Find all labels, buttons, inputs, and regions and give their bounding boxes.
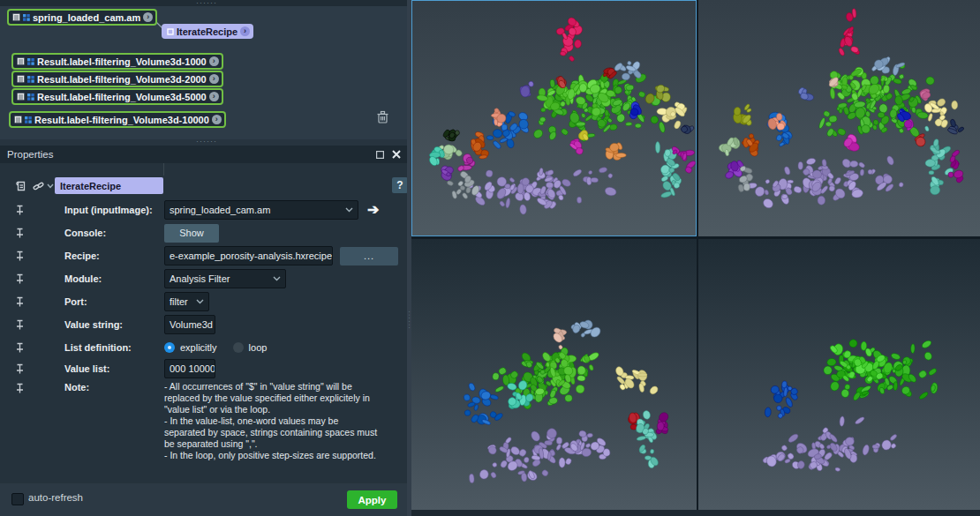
pool-node[interactable]: Result.label-filtering_Volume3d-10000›: [9, 111, 226, 128]
show-console-button[interactable]: Show: [164, 224, 219, 243]
prop-row-value-list: Value list: 000 10000: [0, 358, 407, 379]
label-grid-icon: [27, 58, 34, 65]
pin-icon[interactable]: [15, 342, 26, 354]
splitter-dots: ······: [196, 139, 217, 144]
pin-icon[interactable]: [15, 228, 26, 239]
left-panel: ······ spring_loaded_cam.am›Result.label…: [0, 0, 407, 516]
node-chevron-icon[interactable]: ›: [143, 12, 153, 22]
port-value: filter: [170, 296, 188, 307]
node-chevron-icon[interactable]: ›: [209, 92, 219, 101]
panel-splitter-horizontal[interactable]: ······: [0, 139, 407, 146]
prop-label-console: Console:: [64, 228, 164, 238]
trash-icon[interactable]: [376, 110, 389, 128]
node-chevron-icon[interactable]: ›: [212, 115, 222, 124]
module-select[interactable]: Analysis Filter: [164, 269, 286, 288]
pool-node-label: Result.label-filtering_Volume3d-1000: [37, 56, 207, 67]
module-value: Analysis Filter: [170, 273, 230, 284]
pin-icon[interactable]: [15, 273, 26, 285]
recipe-script-icon[interactable]: [15, 180, 27, 192]
prop-label-note: Note:: [64, 382, 164, 393]
pool-node-label: spring_loaded_cam.am: [33, 12, 140, 23]
prop-row-value-string: Value string: Volume3d: [0, 314, 407, 335]
properties-titlebar: Properties: [0, 146, 407, 163]
prop-label-input: Input (inputImage):: [64, 205, 164, 215]
auto-refresh-checkbox[interactable]: [11, 493, 24, 505]
active-module-badge[interactable]: IterateRecipe: [55, 177, 163, 194]
splitter-dots[interactable]: ······: [196, 1, 217, 5]
prop-row-recipe: Recipe: e-example_porosity-analysis.hxre…: [0, 245, 407, 266]
pin-icon[interactable]: [15, 296, 26, 308]
prop-row-console: Console: Show: [0, 222, 407, 243]
input-image-value: spring_loaded_cam.am: [170, 205, 270, 215]
pool-node[interactable]: Result.label-filtering_Volume3d-5000›: [11, 88, 223, 105]
pool-node[interactable]: Result.label-filtering_Volume3d-2000›: [11, 71, 223, 87]
pool-node-label: Result.label-filtering_Volume3d-2000: [37, 74, 207, 85]
input-image-select[interactable]: spring_loaded_cam.am: [164, 200, 358, 220]
node-chevron-icon[interactable]: ›: [240, 26, 250, 36]
radio-explicitly[interactable]: [164, 342, 175, 353]
node-chevron-icon[interactable]: ›: [209, 74, 219, 84]
pin-icon[interactable]: [15, 319, 26, 331]
pool-node-iterate-recipe[interactable]: IterateRecipe›: [162, 24, 253, 39]
value-string-field[interactable]: Volume3d: [164, 315, 215, 334]
help-button[interactable]: ?: [392, 177, 408, 193]
avizo-window: ······ spring_loaded_cam.am›Result.label…: [0, 0, 980, 516]
prop-label-module: Module:: [64, 273, 164, 284]
particle-rendering: [698, 0, 980, 236]
viewport-top-left[interactable]: [411, 0, 697, 236]
module-header-row: IterateRecipe ?: [0, 176, 407, 197]
data-list-icon: [17, 75, 25, 83]
node-chevron-icon[interactable]: ›: [209, 56, 219, 66]
auto-refresh-label: auto-refresh: [28, 492, 83, 503]
value-list-field[interactable]: 000 10000: [164, 359, 215, 378]
note-text: - All occurrences of "$" in "value strin…: [164, 381, 404, 461]
label-grid-icon: [23, 14, 30, 21]
chevron-down-icon[interactable]: [47, 183, 54, 189]
pool-node-label: Result.label-filtering_Volume3d-5000: [37, 92, 207, 102]
float-panel-icon[interactable]: [373, 148, 386, 161]
data-list-icon: [17, 93, 25, 101]
properties-panel: Properties: [0, 146, 407, 484]
prop-row-module: Module: Analysis Filter: [0, 268, 407, 289]
apply-button[interactable]: Apply: [347, 490, 397, 509]
pin-icon[interactable]: [15, 383, 26, 394]
recipe-path-field[interactable]: e-example_porosity-analysis.hxrecipe: [164, 246, 333, 265]
data-list-icon: [12, 13, 20, 21]
pin-icon[interactable]: [15, 363, 26, 375]
port-select[interactable]: filter: [164, 292, 209, 311]
prop-label-value-list: Value list:: [64, 363, 164, 374]
radio-label-loop: loop: [249, 342, 268, 353]
chevron-down-icon: [273, 276, 281, 281]
particle-rendering: [411, 239, 697, 510]
prop-label-port: Port:: [64, 296, 164, 307]
viewport-bottom-left[interactable]: [411, 239, 697, 510]
pool-node-label: IterateRecipe: [177, 26, 237, 37]
properties-title: Properties: [7, 149, 53, 160]
prop-row-input: Input (inputImage): spring_loaded_cam.am…: [0, 199, 407, 221]
pin-icon[interactable]: [15, 205, 26, 216]
label-grid-icon: [25, 116, 32, 123]
column-separator: [163, 163, 164, 176]
radio-label-explicitly: explicitly: [180, 342, 217, 353]
prop-label-recipe: Recipe:: [64, 251, 164, 261]
prop-row-port: Port: filter: [0, 291, 407, 312]
goto-input-arrow-icon[interactable]: ➔: [367, 203, 379, 217]
pool-node-label: Result.label-filtering_Volume3d-10000: [34, 115, 209, 125]
pool-node[interactable]: Result.label-filtering_Volume3d-1000›: [11, 53, 223, 70]
viewport-bottom-right[interactable]: [698, 239, 980, 510]
project-pool: ······ spring_loaded_cam.am›Result.label…: [0, 0, 407, 139]
close-panel-icon[interactable]: [390, 148, 403, 161]
pool-node[interactable]: spring_loaded_cam.am›: [7, 9, 157, 26]
radio-loop[interactable]: [233, 342, 244, 353]
label-grid-icon: [27, 93, 34, 101]
viewport-bottom-strip: [411, 510, 980, 516]
pool-top-strip: ······: [0, 0, 407, 6]
particle-rendering: [412, 1, 697, 236]
pin-icon[interactable]: [15, 251, 26, 262]
viewport-grid: [411, 0, 980, 516]
browse-recipe-button[interactable]: ...: [340, 247, 398, 265]
link-icon[interactable]: [33, 181, 44, 192]
viewport-top-right[interactable]: [698, 0, 980, 236]
module-square-icon: [167, 28, 174, 35]
prop-label-value-string: Value string:: [64, 319, 164, 330]
